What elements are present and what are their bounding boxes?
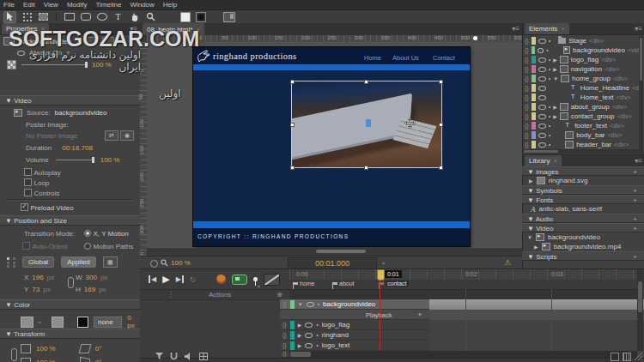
element-name[interactable]: navigation	[571, 65, 602, 73]
lock-dot-icon[interactable]: •	[318, 301, 319, 307]
playhead-line[interactable]	[380, 279, 380, 351]
hand-tool-icon[interactable]	[129, 12, 140, 22]
playback-options-icon[interactable]: ✦	[417, 311, 422, 318]
timeline-label-home[interactable]: home	[300, 281, 315, 287]
filter-icon[interactable]	[155, 353, 163, 360]
timeline-zoom-in-icon[interactable]	[623, 353, 631, 361]
scale-x-value[interactable]: 100 %	[36, 345, 56, 353]
layer-row-playback[interactable]: Playback ✦	[280, 310, 429, 320]
selection-handle-nw[interactable]	[290, 80, 295, 84]
workspace-icon[interactable]	[223, 12, 235, 22]
actions-braces-icon[interactable]: {}	[283, 322, 287, 328]
x-value[interactable]: 196	[32, 274, 43, 281]
timeline-label-contact[interactable]: contact	[386, 281, 409, 287]
visibility-eye-icon[interactable]	[305, 343, 313, 348]
visibility-eye-icon[interactable]	[538, 57, 546, 63]
marquee-tool-icon[interactable]	[38, 12, 49, 22]
visibility-eye-icon[interactable]	[538, 114, 546, 119]
scale-y-value[interactable]: 100 %	[36, 359, 56, 362]
element-name[interactable]: contact_group	[571, 112, 615, 120]
bg-color-swatch[interactable]	[21, 317, 33, 328]
actions-braces-icon[interactable]: {}	[525, 66, 529, 72]
display-eye-icon[interactable]	[17, 51, 25, 56]
text-tool-icon[interactable]: T	[112, 12, 124, 22]
lock-dot-icon[interactable]: •	[549, 75, 550, 81]
element-name[interactable]: home_group	[572, 75, 611, 82]
playhead-marker[interactable]	[377, 269, 385, 281]
xy-motion-radio[interactable]	[84, 230, 91, 237]
layer-row-backgroundvideo[interactable]: {} ▼ • backgroundvideo	[280, 299, 429, 310]
element-name[interactable]: Home_Headline	[580, 84, 629, 92]
resize-grip-icon[interactable]	[635, 353, 642, 360]
element-name[interactable]: Home_text	[580, 94, 614, 101]
elements-v-scrollbar-thumb[interactable]	[640, 38, 642, 81]
opacity-slider[interactable]	[21, 64, 87, 65]
ellipse-tool-icon[interactable]	[96, 12, 107, 22]
zoom-tool-icon[interactable]	[145, 12, 156, 22]
stage-options-icon[interactable]	[150, 260, 158, 268]
lock-dot-icon[interactable]: •	[549, 38, 550, 44]
lock-dot-icon[interactable]: •	[316, 332, 318, 338]
element-id-field[interactable]: backgroundvideo	[19, 38, 71, 45]
actions-braces-icon[interactable]: {}	[525, 94, 529, 100]
library-section-audio[interactable]: ▼ Audio+	[522, 214, 644, 223]
video-section-header[interactable]: ▼ Video	[0, 95, 140, 106]
add-script-button[interactable]: +	[633, 252, 637, 262]
background-swatch[interactable]	[196, 12, 206, 22]
actions-braces-icon[interactable]: {}	[283, 332, 287, 338]
timeline-v-scrollbar-thumb[interactable]	[638, 281, 642, 312]
transform-tool-icon[interactable]	[21, 12, 33, 22]
expand-arrow-icon[interactable]: ▶	[553, 113, 557, 119]
scale-link-icon[interactable]	[11, 348, 17, 361]
motion-paths-radio[interactable]	[84, 243, 91, 250]
library-section-symbols[interactable]: ▼ Symbols+	[522, 185, 644, 195]
collapse-arrow-icon[interactable]: ▼	[298, 302, 303, 307]
label-flag-icon[interactable]	[293, 282, 298, 289]
timeline-label-about[interactable]: about	[339, 281, 355, 287]
visibility-eye-icon[interactable]	[538, 105, 546, 110]
visibility-eye-icon[interactable]	[538, 86, 546, 91]
layer-name[interactable]: logo_flag	[322, 321, 349, 329]
selection-handle-se[interactable]	[439, 166, 443, 170]
menu-view[interactable]: View	[44, 1, 58, 9]
document-tab[interactable]: 08_begin.html* ×	[143, 23, 204, 35]
visibility-eye-icon[interactable]	[305, 333, 313, 338]
element-name[interactable]: body_bar	[576, 131, 605, 139]
element-row-backgroundvideo[interactable]: {} • backgroundvideo <vid	[522, 45, 639, 55]
elements-tab-close[interactable]: ×	[561, 25, 565, 33]
snap-magnet-icon[interactable]	[170, 353, 178, 360]
lock-dot-icon[interactable]: •	[549, 132, 550, 138]
actions-braces-icon[interactable]: {}	[525, 104, 529, 110]
skew-y-value[interactable]: 0°	[95, 359, 102, 362]
element-name[interactable]: about_group	[571, 103, 610, 111]
visibility-eye-icon[interactable]	[538, 95, 546, 100]
page-nav-contact[interactable]: Contact	[433, 54, 455, 62]
element-row-logo-flag[interactable]: {} • ▶ logo_flag <div>	[522, 55, 639, 64]
element-name[interactable]: logo_flag	[571, 56, 598, 63]
collapse-arrow-icon[interactable]: ▼	[553, 76, 558, 81]
layer-row-logo-flag[interactable]: {} ▶ • logo_flag	[280, 320, 429, 330]
layer-row-logo-text[interactable]: {} ▶ • logo_text	[280, 341, 429, 351]
visibility-eye-icon[interactable]	[538, 76, 546, 81]
library-tab[interactable]: Library ×	[525, 155, 562, 166]
lock-dot-icon[interactable]: •	[549, 113, 550, 119]
visibility-eye-icon[interactable]	[307, 302, 314, 307]
menu-help[interactable]: Help	[163, 1, 177, 9]
expand-arrow-icon[interactable]: ▶	[553, 66, 557, 72]
lock-dot-icon[interactable]: •	[549, 57, 550, 63]
rounded-rectangle-tool-icon[interactable]	[80, 12, 91, 22]
elements-h-scrollbar[interactable]	[522, 149, 639, 154]
page-nav-home[interactable]: Home	[364, 54, 381, 62]
selection-handle-sw[interactable]	[290, 166, 295, 170]
select-tool-icon[interactable]	[3, 11, 16, 23]
applied-button[interactable]: Applied	[61, 256, 96, 268]
elements-v-scrollbar[interactable]	[639, 36, 643, 154]
library-item-font[interactable]: A antic-slab, sans-serif	[522, 204, 644, 214]
visibility-eye-icon[interactable]	[538, 48, 544, 53]
element-row-contact-group[interactable]: {} • ▶ contact_group <div>	[522, 112, 639, 121]
expand-arrow-icon[interactable]: ▶	[553, 57, 557, 63]
overflow-button[interactable]	[86, 37, 98, 45]
properties-panel-menu-icon[interactable]: ▾≡	[130, 25, 137, 33]
layer-name[interactable]: logo_text	[322, 341, 349, 349]
element-name[interactable]: Stage	[568, 37, 586, 45]
